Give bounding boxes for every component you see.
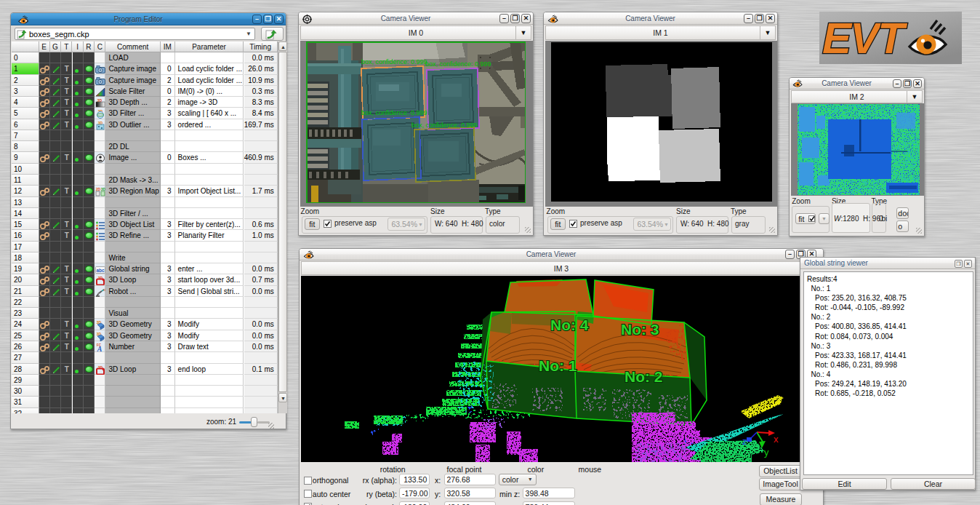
svg-text:box, confidence: 0.999: box, confidence: 0.999	[411, 122, 478, 129]
svg-text:No: 2: No: 2	[624, 368, 663, 385]
svg-text:z: z	[742, 436, 747, 447]
svg-text:x: x	[774, 434, 779, 445]
svg-text:box, confidence: 0.999: box, confidence: 0.999	[361, 109, 427, 116]
svg-text:abc: abc	[96, 268, 105, 273]
svg-text:box, confidence: 0.999: box, confidence: 0.999	[361, 58, 427, 65]
svg-text:A: A	[97, 345, 103, 352]
svg-text:y: y	[764, 447, 769, 458]
svg-text:No: 3: No: 3	[621, 321, 659, 338]
svg-text:3D: 3D	[101, 187, 105, 191]
svg-text:No: 4: No: 4	[550, 317, 589, 333]
svg-text:box, confidence: 0.999: box, confidence: 0.999	[425, 60, 491, 68]
svg-text:2D: 2D	[96, 187, 101, 191]
svg-text:No: 1: No: 1	[539, 357, 577, 374]
svg-text:EVT: EVT	[822, 14, 907, 63]
